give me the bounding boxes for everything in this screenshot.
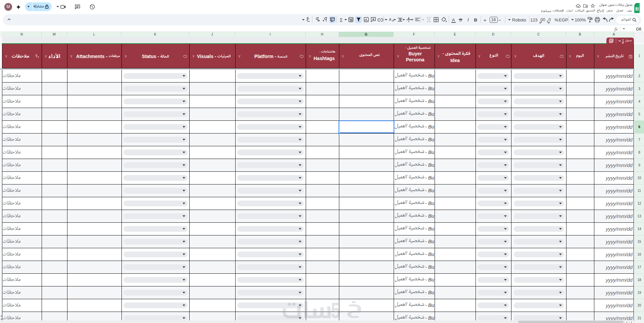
- svg-text:A: A: [389, 17, 392, 21]
